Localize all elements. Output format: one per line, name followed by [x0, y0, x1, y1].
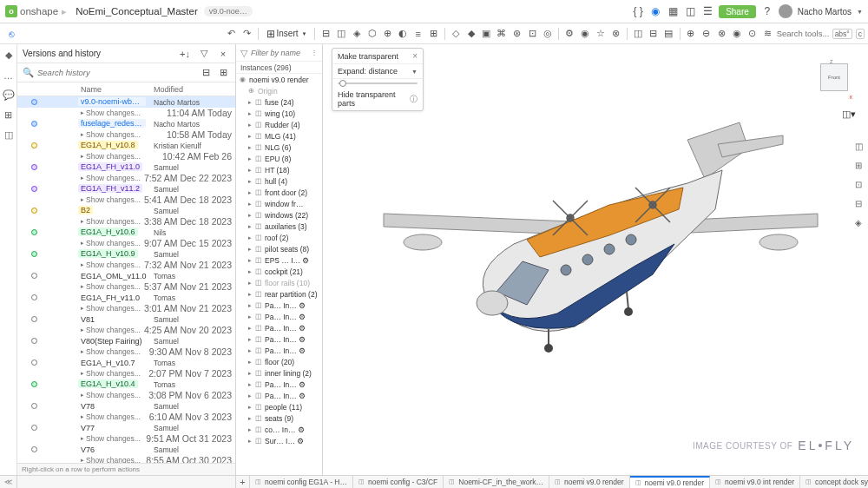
- tree-item[interactable]: ▸◫Pa… In… ⚙: [236, 333, 322, 345]
- tree-filter-input[interactable]: [251, 49, 307, 57]
- model-view[interactable]: [375, 88, 826, 418]
- tree-item[interactable]: ▸◫Pa… In… ⚙: [236, 390, 322, 401]
- document-title[interactable]: NoEmi_Conceptual_Master: [76, 6, 198, 16]
- show-changes[interactable]: ▸Show changes...: [17, 325, 141, 335]
- tree-item[interactable]: ▸◫NLG (6): [236, 142, 322, 153]
- share-button[interactable]: Share: [719, 5, 756, 18]
- version-row[interactable]: EG1A_H_v10.7Tomas: [17, 357, 235, 368]
- tree-item[interactable]: ▸◫seats (9): [236, 412, 322, 424]
- show-changes[interactable]: ▸Show changes...: [17, 303, 141, 313]
- tree-item[interactable]: ▸◫hull (4): [236, 175, 322, 187]
- version-row[interactable]: EG1A_H_v10.8Kristian Kierulf: [17, 140, 235, 151]
- tool-icon[interactable]: ⊟: [319, 27, 332, 41]
- tool-icon[interactable]: ⊖: [700, 27, 713, 41]
- app-logo[interactable]: o onshape: [5, 5, 58, 17]
- version-row[interactable]: V80(Step Fairing)Samuel: [17, 335, 235, 346]
- tool-icon[interactable]: ▤: [662, 27, 675, 41]
- show-changes[interactable]: ▸Show changes...: [17, 151, 141, 162]
- distance-slider[interactable]: [338, 82, 418, 84]
- units-badge[interactable]: c: [856, 29, 865, 39]
- tool-icon[interactable]: ◈: [351, 27, 364, 41]
- tab[interactable]: ◫noemi v9.0 int render: [710, 476, 800, 488]
- tool-icon[interactable]: ⊟: [647, 27, 660, 41]
- tree-item[interactable]: ▸◫EPU (8): [236, 153, 322, 164]
- version-row[interactable]: EG1A_FH_v11.0Tomas: [17, 292, 235, 303]
- help-icon[interactable]: ?: [761, 5, 773, 17]
- units-badge[interactable]: abs°: [832, 29, 852, 39]
- show-changes[interactable]: ▸Show changes...: [17, 390, 141, 400]
- tree-root[interactable]: ◉ noemi v9.0 render: [236, 74, 322, 85]
- versions-search-input[interactable]: [37, 68, 195, 77]
- tool-icon[interactable]: ◆: [464, 27, 477, 41]
- version-row[interactable]: V78Samuel: [17, 400, 235, 412]
- show-changes[interactable]: ▸Show changes...: [17, 108, 141, 118]
- filter-icon[interactable]: ▽: [197, 47, 211, 61]
- show-changes[interactable]: ▸Show changes...: [17, 195, 141, 205]
- tool-icon[interactable]: ⊕: [685, 27, 698, 41]
- rail-icon[interactable]: ⊞: [3, 109, 14, 121]
- tool-icon[interactable]: ≋: [761, 27, 774, 41]
- tree-origin[interactable]: ⊕ Origin: [236, 85, 322, 96]
- tree-item[interactable]: ▸◫Pa… In… ⚙: [236, 322, 322, 333]
- tool-icon[interactable]: ◇: [450, 27, 463, 41]
- tree-item[interactable]: ▸◫pilot seats (8): [236, 243, 322, 254]
- tree-item[interactable]: ▸◫wing (10): [236, 108, 322, 119]
- expand-all-icon[interactable]: ⊞: [216, 66, 230, 80]
- show-changes[interactable]: ▸Show changes...: [17, 346, 141, 357]
- filter-icon[interactable]: ▽: [240, 48, 247, 58]
- tree-item[interactable]: ▸◫Pa… In… ⚙: [236, 300, 322, 311]
- tool-icon[interactable]: ⊞: [427, 27, 440, 41]
- dropdown-caret-icon[interactable]: ▼: [411, 69, 418, 75]
- tree-item[interactable]: ▸◫cockpit (21): [236, 266, 322, 277]
- show-changes[interactable]: ▸Show changes...: [17, 238, 141, 248]
- tree-item[interactable]: ▸◫MLG (41): [236, 130, 322, 142]
- tree-item[interactable]: ▸◫Pa… In… ⚙: [236, 345, 322, 356]
- tree-item[interactable]: ▸◫inner lining (2): [236, 367, 322, 379]
- redo-icon[interactable]: ↷: [240, 27, 253, 41]
- tool-icon[interactable]: ⊡: [526, 27, 539, 41]
- tool-icon[interactable]: ◐: [397, 27, 410, 41]
- canvas-tool-icon[interactable]: ⊡: [852, 178, 865, 190]
- tool-icon[interactable]: ⊛: [510, 27, 523, 41]
- version-row[interactable]: V77Samuel: [17, 422, 235, 433]
- versions-toggle-icon[interactable]: ⎋: [4, 27, 18, 41]
- tree-item[interactable]: ▸◫EPS … I… ⚙: [236, 254, 322, 266]
- canvas-tool-icon[interactable]: ⊟: [852, 197, 865, 209]
- version-row[interactable]: B2Samuel: [17, 205, 235, 216]
- tree-item[interactable]: ▸◫Sur… I… ⚙: [236, 435, 322, 446]
- rail-features-icon[interactable]: ◆: [3, 49, 14, 61]
- tab[interactable]: ◫noemi config - C3/CF: [353, 476, 444, 488]
- canvas-tool-icon[interactable]: ◈: [852, 216, 865, 228]
- versions-list[interactable]: v9.0-noemi-wbothhull…Nacho Martos▸Show c…: [17, 96, 235, 463]
- bell-icon[interactable]: ◉: [649, 5, 661, 17]
- tree-item[interactable]: ▸◫fuse (24): [236, 96, 322, 108]
- doc-icon[interactable]: ◫: [684, 5, 696, 17]
- tree-item[interactable]: ▸◫Rudder (4): [236, 119, 322, 130]
- add-tab-button[interactable]: +: [236, 476, 250, 488]
- tool-icon[interactable]: ⊗: [715, 27, 728, 41]
- tool-icon[interactable]: ⬡: [365, 27, 378, 41]
- tree-menu-icon[interactable]: ⋮: [311, 49, 318, 56]
- show-changes[interactable]: ▸Show changes...: [17, 455, 141, 463]
- tree-item[interactable]: ▸◫Pa… In… ⚙: [236, 311, 322, 322]
- version-row[interactable]: V76Samuel: [17, 444, 235, 455]
- tree-list[interactable]: ▸◫fuse (24)▸◫wing (10)▸◫Rudder (4)▸◫MLG …: [236, 96, 322, 475]
- version-row[interactable]: EG1A_FH_v11.0Samuel: [17, 162, 235, 173]
- version-row[interactable]: fuselage_redesign_v1…Nacho Martos: [17, 118, 235, 129]
- tree-item[interactable]: ▸◫roof (2): [236, 232, 322, 243]
- version-row[interactable]: EG1A_FH_v11.2Samuel: [17, 183, 235, 195]
- rail-icon[interactable]: …: [3, 69, 14, 81]
- tool-icon[interactable]: ◎: [542, 27, 555, 41]
- tab[interactable]: ◫concept dock system: [800, 476, 868, 488]
- tool-icon[interactable]: ⊙: [746, 27, 759, 41]
- tree-item[interactable]: ▸◫windows (22): [236, 209, 322, 221]
- insert-button[interactable]: ⊞Insert▼: [263, 28, 311, 40]
- popup-close-icon[interactable]: ×: [412, 51, 418, 61]
- tab-scroll-left-icon[interactable]: ≪: [4, 478, 12, 486]
- add-version-icon[interactable]: +↓: [178, 47, 192, 61]
- search-tools-input[interactable]: [777, 29, 829, 38]
- canvas-tool-icon[interactable]: ◫: [852, 140, 865, 152]
- show-changes[interactable]: ▸Show changes...: [17, 433, 141, 444]
- version-row[interactable]: EG1A_H_v10.4Tomas: [17, 379, 235, 390]
- user-name[interactable]: Nacho Martos: [798, 7, 852, 16]
